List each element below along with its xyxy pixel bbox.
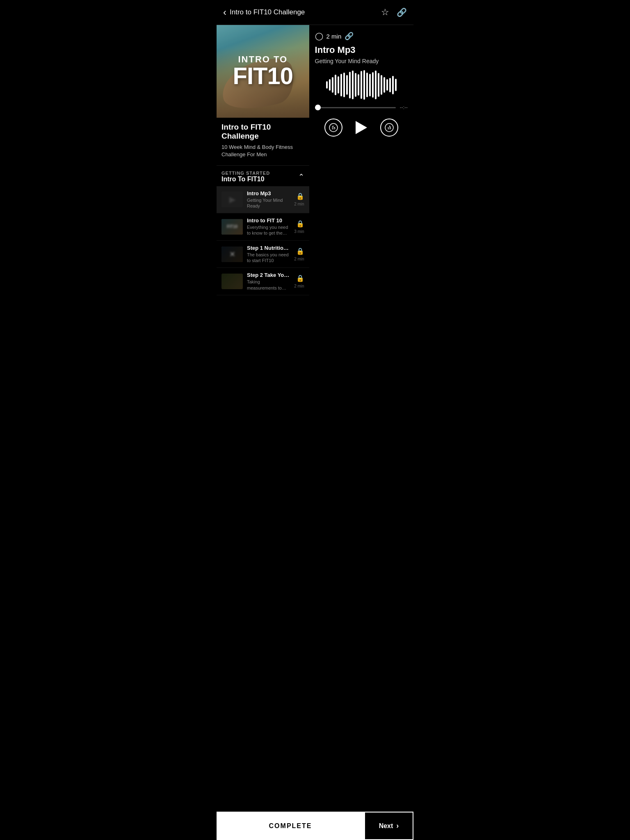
complete-button[interactable]: COMPLETE xyxy=(217,812,364,840)
lesson-list: ▶ Intro Mp3 Getting Your Mind Ready 🔒 2 … xyxy=(217,186,309,295)
lesson-thumbnail: ▶ xyxy=(221,192,243,207)
lesson-thumbnail: FIT10 xyxy=(221,219,243,235)
player-link-icon[interactable]: 🔗 xyxy=(345,32,354,41)
play-button[interactable] xyxy=(354,121,369,134)
lesson-item[interactable]: Step 2 Take Your Measurements Taking mea… xyxy=(217,268,309,295)
waveform-bar xyxy=(372,72,374,98)
svg-text:15: 15 xyxy=(387,126,391,130)
lesson-info: Step 2 Take Your Measurements Taking mea… xyxy=(247,272,290,291)
lock-icon: 🔒 xyxy=(296,247,304,255)
player-duration: 2 min xyxy=(326,33,342,40)
course-info: Intro to FIT10 Challenge 10 Week Mind & … xyxy=(217,118,309,159)
section-title: Intro To FIT10 xyxy=(221,176,265,183)
clock-icon: ◯ xyxy=(315,32,323,41)
header-title: Intro to FIT10 Challenge xyxy=(230,8,305,16)
bookmark-icon[interactable]: ☆ xyxy=(381,7,389,18)
player-controls: 15 15 xyxy=(315,119,408,137)
progress-thumb[interactable] xyxy=(315,105,321,110)
forward-button[interactable]: 15 xyxy=(380,119,398,137)
next-arrow-icon: › xyxy=(396,822,399,830)
lock-icon: 🔒 xyxy=(296,274,304,282)
lesson-info: Intro Mp3 Getting Your Mind Ready xyxy=(247,190,290,209)
player-meta: ◯ 2 min 🔗 xyxy=(315,32,408,41)
play-icon xyxy=(356,121,367,134)
waveform-bar xyxy=(381,75,382,95)
lock-overlay xyxy=(221,274,243,289)
waveform-bar xyxy=(338,76,339,94)
lesson-duration: 3 min xyxy=(294,229,304,234)
waveform-bar xyxy=(346,75,348,95)
lesson-meta: 🔒 3 min xyxy=(294,220,304,234)
lesson-thumbnail: ✕ xyxy=(221,247,243,262)
waveform-bar xyxy=(386,79,388,91)
lesson-duration: 2 min xyxy=(294,257,304,261)
bottom-spacer xyxy=(217,295,309,328)
lesson-duration: 2 min xyxy=(294,202,304,206)
waveform-bar xyxy=(329,79,331,91)
lesson-item[interactable]: FIT10 Intro to FIT 10 Everything you nee… xyxy=(217,213,309,241)
header-back[interactable]: ‹ Intro to FIT10 Challenge xyxy=(223,7,305,18)
lock-overlay xyxy=(221,192,243,207)
svg-text:15: 15 xyxy=(331,126,335,130)
lesson-meta: 🔒 2 min xyxy=(294,274,304,288)
course-title: Intro to FIT10 Challenge xyxy=(221,123,304,142)
waveform-bar xyxy=(366,73,368,97)
header-actions: ☆ 🔗 xyxy=(381,7,407,18)
next-button[interactable]: Next › xyxy=(364,812,413,840)
left-column: INTRO TO FIT10 Intro to FIT10 Challenge … xyxy=(217,25,309,328)
lesson-subtitle: Everything you need to know to get the m… xyxy=(247,224,290,236)
lesson-meta: 🔒 2 min xyxy=(294,192,304,206)
waveform-bar xyxy=(340,74,342,96)
lesson-title: Step 1 Nutrition Tracking xyxy=(247,245,290,251)
waveform-bar xyxy=(332,77,333,93)
progress-container: --:-- xyxy=(315,105,408,110)
section-header: GETTING STARTED Intro To FIT10 ⌃ xyxy=(217,165,309,186)
lock-overlay xyxy=(221,219,243,235)
lock-icon: 🔒 xyxy=(296,220,304,228)
lesson-title: Intro Mp3 xyxy=(247,190,290,196)
lesson-item[interactable]: ▶ Intro Mp3 Getting Your Mind Ready 🔒 2 … xyxy=(217,186,309,214)
progress-track[interactable] xyxy=(315,107,396,108)
collapse-section-button[interactable]: ⌃ xyxy=(298,172,304,181)
section-label: GETTING STARTED xyxy=(221,171,270,176)
main-content: INTRO TO FIT10 Intro to FIT10 Challenge … xyxy=(217,25,413,328)
share-link-icon[interactable]: 🔗 xyxy=(397,7,407,17)
lesson-duration: 2 min xyxy=(294,284,304,288)
waveform-bar xyxy=(389,78,391,92)
waveform-bar xyxy=(358,74,359,96)
waveform-bar xyxy=(383,77,385,93)
lesson-thumbnail xyxy=(221,274,243,289)
waveform-bar xyxy=(335,75,336,95)
lesson-subtitle: The basics you need to start FIT10 xyxy=(247,252,290,264)
lesson-info: Intro to FIT 10 Everything you need to k… xyxy=(247,217,290,236)
header: ‹ Intro to FIT10 Challenge ☆ 🔗 xyxy=(217,0,413,25)
course-description: 10 Week Mind & Body Fitness Challenge Fo… xyxy=(221,144,304,158)
waveform-bar xyxy=(352,71,354,99)
section-info: GETTING STARTED Intro To FIT10 xyxy=(221,171,270,183)
lock-icon: 🔒 xyxy=(296,192,304,200)
lesson-subtitle: Taking measurements to start your journe… xyxy=(247,279,290,291)
next-label: Next xyxy=(379,822,393,830)
waveform-bar xyxy=(363,70,365,100)
waveform-bar xyxy=(375,71,377,99)
waveform-bar xyxy=(355,73,356,97)
waveform xyxy=(315,73,408,97)
progress-time: --:-- xyxy=(400,105,408,110)
lesson-title: Step 2 Take Your Measurements xyxy=(247,272,290,278)
back-icon: ‹ xyxy=(223,7,226,18)
right-column: ◯ 2 min 🔗 Intro Mp3 Getting Your Mind Re… xyxy=(309,25,413,148)
hero-text-block: INTRO TO FIT10 xyxy=(233,55,293,88)
player-title: Intro Mp3 xyxy=(315,45,408,55)
lock-overlay xyxy=(221,247,243,262)
hero-title-text: FIT10 xyxy=(233,64,293,88)
player-subtitle: Getting Your Mind Ready xyxy=(315,58,408,64)
lesson-item[interactable]: ✕ Step 1 Nutrition Tracking The basics y… xyxy=(217,241,309,268)
forward-icon: 15 xyxy=(385,123,394,132)
waveform-bar xyxy=(369,74,371,96)
rewind-button[interactable]: 15 xyxy=(324,119,342,137)
waveform-bar xyxy=(343,73,345,97)
waveform-bar xyxy=(395,79,397,91)
lesson-subtitle: Getting Your Mind Ready xyxy=(247,197,290,209)
waveform-bar xyxy=(349,72,351,98)
rewind-icon: 15 xyxy=(329,123,338,132)
